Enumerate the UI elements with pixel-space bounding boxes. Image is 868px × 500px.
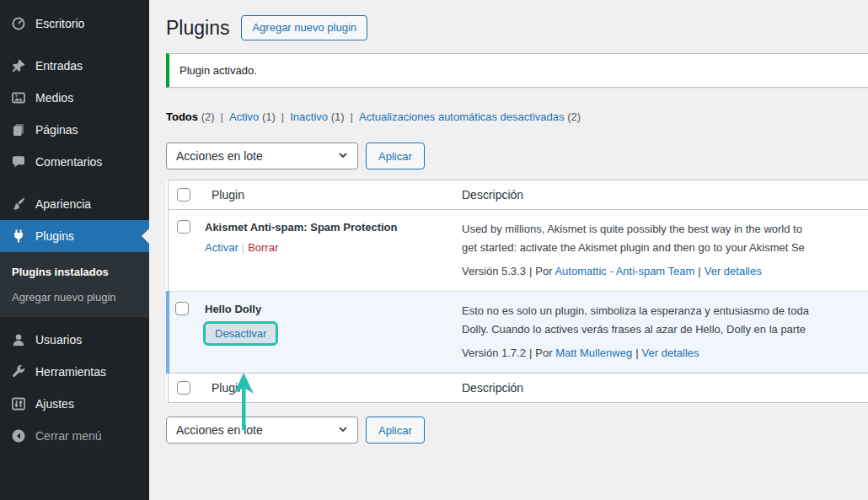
sidebar-item-label: Entradas [35,59,83,73]
sidebar-separator [0,40,149,50]
sidebar-item-label: Páginas [35,123,78,137]
filter-separator: | [221,110,223,123]
table-footer-row: Plugin Descripción [168,374,868,403]
plugin-meta: Versión 1.7.2|Por Matt Mullenweg|Ver det… [462,347,868,359]
admin-sidebar: Escritorio Entradas Medios Páginas Comen… [0,0,149,500]
add-new-plugin-button[interactable]: Agregar nuevo plugin [241,15,367,40]
filter-activo[interactable]: Activo (1) [229,110,276,123]
media-icon [11,90,26,105]
page-title: Plugins [166,15,229,40]
sidebar-item-herramientas[interactable]: Herramientas [0,356,149,388]
table-row-hello-dolly: Hello Dolly Desactivar Esto no es solo u… [168,292,868,374]
sidebar-item-escritorio[interactable]: Escritorio [0,8,149,40]
plugin-description-line: Dolly. Cuando lo actives verás frases al… [462,320,868,339]
column-footer-plugin: Plugin [203,374,453,403]
submenu-item-plugins-instalados[interactable]: Plugins instalados [0,260,149,285]
plugin-name: Akismet Anti-spam: Spam Protection [205,220,445,235]
tools-icon [11,364,26,379]
collapse-icon [11,428,26,444]
bulk-action-select[interactable]: Acciones en lote [166,142,358,169]
table-header-row: Plugin Descripción [168,180,868,210]
filter-inactivo[interactable]: Inactivo (1) [290,110,344,123]
by-label: Por [535,347,552,359]
pin-icon [11,58,26,73]
notice-message: Plugin activado. [179,64,257,77]
pages-icon [11,122,26,137]
sidebar-item-label: Escritorio [35,17,84,30]
sidebar-item-entradas[interactable]: Entradas [0,50,149,82]
chevron-down-icon [337,423,349,438]
filter-actualizaciones-automaticas[interactable]: Actualizaciones automáticas desactivadas… [359,110,581,123]
column-footer-descripcion: Descripción [453,374,868,403]
author-link[interactable]: Automattic - Anti-spam Team [555,265,694,277]
main-content: Plugins Agregar nuevo plugin Plugin acti… [149,0,868,500]
meta-separator: | [529,265,532,277]
plugin-meta: Versión 5.3.3|Por Automattic - Anti-spam… [462,265,868,277]
sidebar-item-label: Usuarios [35,333,82,347]
author-link[interactable]: Matt Mullenweg [555,347,632,359]
sidebar-item-label: Apariencia [35,197,91,211]
view-details-link[interactable]: Ver detalles [642,347,699,359]
row-checkbox[interactable] [177,220,190,234]
bulk-actions-top: Acciones en lote Aplicar [166,142,868,169]
activate-link[interactable]: Activar [205,241,238,254]
plugin-name: Hello Dolly [205,302,445,317]
plugin-description-line: Used by millions, Akismet is quite possi… [462,220,868,239]
bulk-action-select[interactable]: Acciones en lote [166,417,358,444]
select-all-checkbox[interactable] [177,188,190,202]
plugin-version: Versión 5.3.3 [462,265,526,277]
filter-todos[interactable]: Todos (2) [166,110,215,123]
apply-button[interactable]: Aplicar [366,142,425,169]
action-separator: | [242,241,244,254]
plugins-submenu: Plugins instalados Agregar nuevo plugin [0,252,149,317]
sidebar-item-label: Plugins [35,229,74,243]
plugin-icon [11,228,26,244]
deactivate-link[interactable]: Desactivar [215,327,266,340]
plugin-description-line: Esto no es solo un plugin, simboliza la … [462,302,868,320]
bulk-actions-bottom: Acciones en lote Aplicar [166,417,868,444]
meta-separator: | [529,347,532,359]
apply-button[interactable]: Aplicar [366,417,425,444]
sidebar-item-label: Medios [35,91,73,105]
table-row-akismet: Akismet Anti-spam: Spam Protection Activ… [168,210,868,292]
dashboard-icon [11,16,26,31]
row-checkbox[interactable] [175,302,189,315]
view-details-link[interactable]: Ver detalles [705,265,762,277]
meta-separator: | [635,347,638,359]
annotation-highlight-box: Desactivar [203,321,278,346]
chevron-down-icon [337,149,349,164]
sidebar-item-label: Ajustes [35,397,74,411]
meta-separator: | [698,265,700,277]
plugin-activated-notice: Plugin activado. [166,53,868,88]
status-filter-links: Todos (2)|Activo (1)|Inactivo (1)|Actual… [166,110,868,123]
sidebar-item-apariencia[interactable]: Apariencia [0,188,149,220]
filter-separator: | [281,110,284,123]
sidebar-separator [0,178,149,188]
sidebar-item-usuarios[interactable]: Usuarios [0,324,149,356]
appearance-icon [11,196,26,212]
filter-separator: | [351,110,353,123]
delete-link[interactable]: Borrar [248,241,278,254]
bulk-action-selected-value: Acciones en lote [176,149,263,163]
sidebar-item-cerrar-menu[interactable]: Cerrar menú [0,420,149,452]
plugin-description-line: get started: activate the Akismet plugin… [462,239,868,257]
sidebar-item-plugins[interactable]: Plugins [0,220,149,252]
sidebar-item-ajustes[interactable]: Ajustes [0,388,149,420]
column-header-plugin: Plugin [203,180,453,210]
by-label: Por [535,265,552,277]
sidebar-item-comentarios[interactable]: Comentarios [0,146,149,178]
submenu-item-agregar-nuevo-plugin[interactable]: Agregar nuevo plugin [0,285,149,310]
sidebar-item-label: Herramientas [35,365,106,379]
comments-icon [11,154,26,169]
column-header-descripcion: Descripción [453,180,868,210]
sidebar-item-medios[interactable]: Medios [0,82,149,114]
sidebar-item-label: Cerrar menú [35,429,102,443]
plugins-table: Plugin Descripción Akismet Anti-spam: Sp… [166,180,868,403]
settings-icon [11,396,26,411]
sidebar-item-paginas[interactable]: Páginas [0,114,149,146]
plugin-version: Versión 1.7.2 [462,347,526,359]
users-icon [11,332,26,347]
select-all-checkbox[interactable] [177,381,190,395]
sidebar-item-label: Comentarios [35,155,102,169]
bulk-action-selected-value: Acciones en lote [176,423,263,437]
